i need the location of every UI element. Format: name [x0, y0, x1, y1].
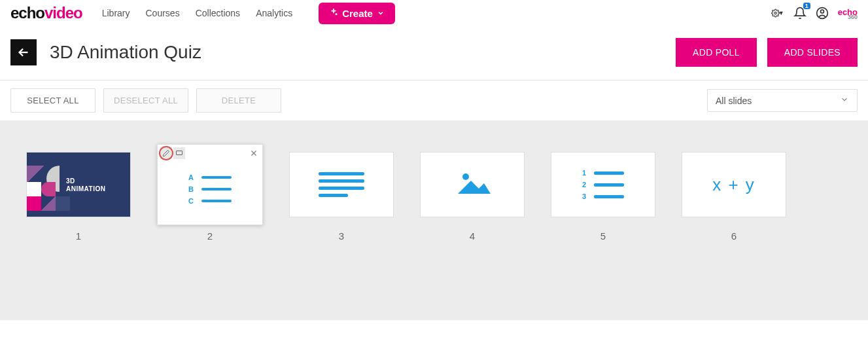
ord-num-2: 2 [582, 181, 587, 189]
notifications-badge: 1 [803, 3, 810, 9]
ord-line [594, 183, 624, 187]
filter-select[interactable]: All slides [707, 89, 858, 112]
mc-line [201, 200, 232, 202]
chevron-down-icon [840, 95, 849, 106]
svg-point-2 [820, 10, 824, 13]
nav-library[interactable]: Library [102, 8, 130, 18]
para-line [319, 194, 348, 197]
slide-5-thumb[interactable]: 1 2 3 [551, 152, 655, 217]
mc-letter-a: A [188, 173, 195, 181]
shape-decor [41, 182, 56, 196]
ord-line [594, 172, 624, 175]
shape-decor [27, 166, 45, 182]
ordered-list-icon: 1 2 3 [582, 169, 624, 200]
logo[interactable]: echovideo [10, 4, 82, 22]
create-button[interactable]: Create [319, 3, 395, 24]
shape-decor [27, 196, 41, 211]
page-title: 3D Animation Quiz [50, 42, 201, 63]
para-line [319, 187, 364, 190]
slide-2[interactable]: A B C 2 [157, 152, 263, 242]
add-poll-button[interactable]: ADD POLL [676, 38, 757, 67]
back-button[interactable] [10, 39, 37, 65]
ord-num-1: 1 [582, 169, 587, 177]
chevron-down-icon [377, 8, 385, 19]
present-slide-button[interactable] [173, 147, 185, 159]
nav-courses[interactable]: Courses [146, 8, 180, 18]
svg-point-4 [462, 173, 469, 180]
slide-1-number: 1 [76, 230, 81, 242]
nav-analytics[interactable]: Analytics [256, 8, 292, 18]
sparkle-icon [329, 8, 338, 19]
slide-5-number: 5 [600, 230, 606, 242]
slide-5[interactable]: 1 2 3 5 [551, 152, 655, 242]
svg-rect-3 [177, 151, 182, 155]
slide-4[interactable]: 4 [420, 152, 525, 242]
shape-decor [56, 196, 70, 211]
slide-1-thumb[interactable]: 3D ANIMATION [26, 152, 131, 217]
account-icon[interactable] [816, 7, 829, 20]
slide-6-thumb[interactable]: x + y [682, 152, 786, 217]
slide-3-thumb[interactable] [289, 152, 394, 217]
top-nav: echovideo Library Courses Collections An… [0, 0, 868, 26]
nav-right: ▼ 1 echo 360 [771, 7, 858, 20]
settings-icon[interactable]: ▼ [771, 7, 784, 20]
delete-button[interactable]: DELETE [196, 88, 281, 113]
logo-video: video [44, 4, 82, 22]
shape-decor [41, 196, 56, 211]
slide-1-title-l1: 3D [66, 177, 75, 185]
edit-slide-button[interactable] [160, 147, 172, 159]
numeric-question-icon: x + y [712, 175, 755, 195]
nav-collections[interactable]: Collections [196, 8, 240, 18]
shape-decor [27, 182, 41, 196]
slide-6-number: 6 [731, 230, 737, 242]
slide-6[interactable]: x + y 6 [682, 152, 786, 242]
notifications-icon[interactable]: 1 [793, 7, 807, 20]
slides-area: 3D ANIMATION 1 A B C [0, 120, 868, 320]
delete-slide-button[interactable] [248, 147, 260, 159]
svg-point-0 [774, 12, 776, 14]
slide-2-number: 2 [207, 230, 213, 242]
selection-toolbar: SELECT ALL DESELECT ALL DELETE All slide… [0, 81, 868, 120]
slide-2-thumb[interactable]: A B C [157, 144, 263, 225]
ord-num-3: 3 [582, 192, 587, 200]
deselect-all-button[interactable]: DESELECT ALL [103, 88, 188, 113]
nav-links: Library Courses Collections Analytics Cr… [102, 3, 395, 24]
image-question-icon [453, 169, 492, 200]
slide-1[interactable]: 3D ANIMATION 1 [26, 152, 131, 242]
ord-line [594, 195, 624, 198]
caret-down-icon: ▼ [778, 10, 784, 16]
create-label: Create [342, 8, 373, 19]
slide-3-number: 3 [339, 230, 344, 242]
para-line [319, 179, 364, 183]
title-row: 3D Animation Quiz ADD POLL ADD SLIDES [0, 26, 868, 81]
slide-4-thumb[interactable] [420, 152, 525, 217]
slide-1-title-l2: ANIMATION [66, 185, 105, 192]
multiple-choice-icon: A B C [188, 173, 232, 205]
para-line [319, 172, 364, 175]
slide-4-number: 4 [470, 230, 475, 242]
mc-letter-c: C [188, 197, 195, 205]
logo-echo: echo [10, 4, 44, 22]
title-actions: ADD POLL ADD SLIDES [676, 38, 858, 67]
slide-3[interactable]: 3 [289, 152, 394, 242]
add-slides-button[interactable]: ADD SLIDES [767, 38, 858, 67]
echo360-logo[interactable]: echo 360 [838, 7, 858, 19]
mc-line [201, 188, 232, 190]
filter-selected-label: All slides [716, 96, 752, 106]
select-all-button[interactable]: SELECT ALL [10, 88, 95, 113]
mc-line [201, 176, 232, 179]
slide-1-title: 3D ANIMATION [66, 177, 105, 193]
mc-letter-b: B [188, 185, 195, 193]
short-answer-icon [319, 172, 364, 197]
slide-2-hover-tools [160, 147, 260, 159]
